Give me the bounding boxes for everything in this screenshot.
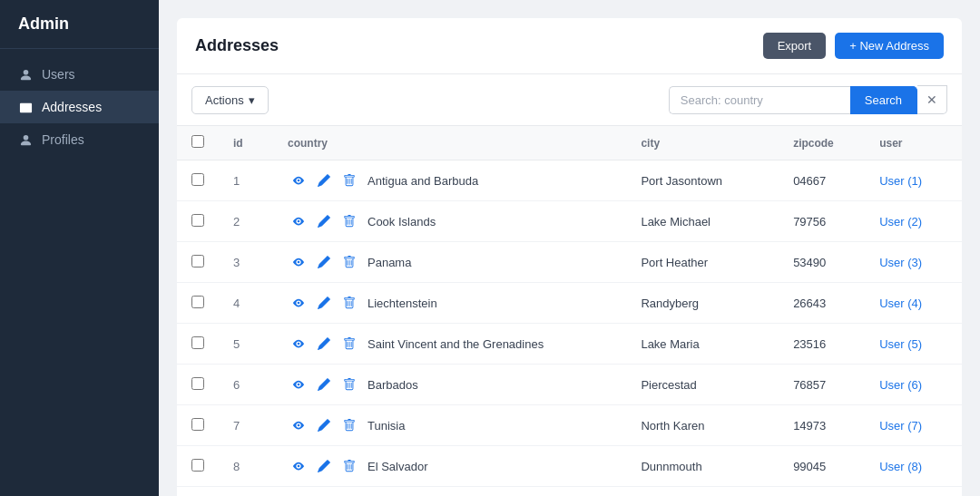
user-link[interactable]: User (2) bbox=[879, 215, 922, 229]
delete-icon[interactable] bbox=[338, 374, 360, 395]
country-value: Liechtenstein bbox=[368, 297, 437, 310]
edit-icon[interactable] bbox=[313, 210, 335, 232]
row-country: Cook Islands bbox=[273, 201, 626, 242]
row-user: User (7) bbox=[865, 405, 962, 446]
delete-icon[interactable] bbox=[338, 455, 360, 477]
search-input[interactable] bbox=[669, 86, 850, 114]
sidebar-item-users[interactable]: Users bbox=[0, 58, 159, 91]
view-icon[interactable] bbox=[288, 251, 309, 273]
row-checkbox-cell bbox=[177, 324, 219, 365]
toolbar: Actions ▾ Search ✕ bbox=[177, 74, 962, 126]
row-city: Port Heather bbox=[626, 242, 779, 283]
row-country: Saint Vincent and the Grenadines bbox=[273, 324, 626, 365]
view-icon[interactable] bbox=[288, 374, 309, 395]
actions-dropdown-button[interactable]: Actions ▾ bbox=[191, 86, 269, 114]
profile-icon bbox=[18, 132, 33, 147]
delete-icon[interactable] bbox=[338, 210, 360, 232]
page-header: Addresses Export + New Address bbox=[177, 18, 962, 74]
row-checkbox[interactable] bbox=[191, 255, 204, 267]
view-icon[interactable] bbox=[288, 333, 309, 355]
chevron-down-icon: ▾ bbox=[249, 93, 255, 107]
row-checkbox[interactable] bbox=[191, 377, 204, 390]
row-action-icons bbox=[288, 374, 360, 395]
row-city: Piercestad bbox=[626, 365, 779, 405]
header-user: user bbox=[865, 126, 962, 160]
delete-icon[interactable] bbox=[338, 292, 360, 314]
table-row: 2 Cook Islands bbox=[177, 201, 962, 242]
table-row: 1 Antigua and Barbuda bbox=[177, 160, 962, 201]
edit-icon[interactable] bbox=[313, 333, 335, 355]
svg-point-1 bbox=[298, 180, 300, 182]
edit-icon[interactable] bbox=[313, 251, 335, 273]
edit-icon[interactable] bbox=[313, 374, 335, 395]
user-link[interactable]: User (7) bbox=[879, 419, 922, 433]
view-icon[interactable] bbox=[288, 455, 309, 477]
actions-label: Actions bbox=[205, 93, 244, 107]
edit-icon[interactable] bbox=[313, 170, 335, 191]
row-checkbox[interactable] bbox=[191, 173, 204, 186]
view-icon[interactable] bbox=[288, 210, 309, 232]
row-checkbox[interactable] bbox=[191, 214, 204, 227]
svg-point-7 bbox=[298, 424, 300, 427]
svg-point-4 bbox=[298, 302, 300, 305]
row-checkbox-cell bbox=[177, 160, 219, 201]
user-icon bbox=[18, 67, 33, 82]
user-link[interactable]: User (8) bbox=[879, 460, 922, 473]
table-header: id country city zipcode user bbox=[177, 126, 962, 160]
sidebar-item-profiles-label: Profiles bbox=[42, 132, 84, 147]
row-checkbox-cell bbox=[177, 201, 219, 242]
user-link[interactable]: User (6) bbox=[879, 378, 922, 392]
user-link[interactable]: User (5) bbox=[879, 337, 922, 351]
row-checkbox[interactable] bbox=[191, 296, 204, 308]
delete-icon[interactable] bbox=[338, 170, 360, 191]
delete-icon[interactable] bbox=[338, 414, 360, 436]
select-all-checkbox[interactable] bbox=[191, 135, 204, 148]
row-country: Tunisia bbox=[273, 405, 626, 446]
row-checkbox-cell bbox=[177, 446, 219, 487]
svg-rect-0 bbox=[19, 102, 31, 112]
search-button[interactable]: Search bbox=[850, 86, 917, 114]
row-zipcode: 99045 bbox=[779, 446, 865, 487]
sidebar-item-users-label: Users bbox=[42, 67, 75, 82]
header-select-all bbox=[177, 126, 219, 160]
clear-search-button[interactable]: ✕ bbox=[917, 85, 947, 114]
view-icon[interactable] bbox=[288, 414, 309, 436]
view-icon[interactable] bbox=[288, 170, 309, 191]
sidebar-item-addresses[interactable]: Addresses bbox=[0, 91, 159, 123]
table-row: 7 Tunisia bbox=[177, 405, 962, 446]
header-city: city bbox=[626, 126, 779, 160]
user-link[interactable]: User (1) bbox=[879, 174, 922, 188]
table-row: 5 Saint Vincent and the Grena bbox=[177, 324, 962, 365]
row-checkbox[interactable] bbox=[191, 418, 204, 431]
svg-point-6 bbox=[298, 384, 300, 386]
row-action-icons bbox=[288, 251, 360, 273]
new-address-button[interactable]: + New Address bbox=[835, 33, 944, 59]
delete-icon[interactable] bbox=[338, 333, 360, 355]
table-row: 6 Barbados bbox=[177, 365, 962, 405]
table-row: 3 Panama bbox=[177, 242, 962, 283]
row-action-icons bbox=[288, 210, 360, 232]
row-city: North Karen bbox=[626, 405, 779, 446]
row-country: Iraq bbox=[273, 487, 626, 497]
export-button[interactable]: Export bbox=[763, 33, 827, 59]
row-checkbox[interactable] bbox=[191, 336, 204, 349]
country-value: Saint Vincent and the Grenadines bbox=[368, 337, 544, 351]
view-icon[interactable] bbox=[288, 292, 309, 314]
user-link[interactable]: User (3) bbox=[879, 256, 922, 269]
header-country: country bbox=[273, 126, 626, 160]
row-zipcode: 76857 bbox=[779, 365, 865, 405]
address-icon bbox=[18, 100, 33, 114]
row-user: User (1) bbox=[865, 160, 962, 201]
row-user: User (4) bbox=[865, 283, 962, 324]
row-checkbox[interactable] bbox=[191, 459, 204, 472]
edit-icon[interactable] bbox=[313, 292, 335, 314]
sidebar-item-profiles[interactable]: Profiles bbox=[0, 123, 159, 156]
row-id: 3 bbox=[219, 242, 273, 283]
user-link[interactable]: User (4) bbox=[879, 297, 922, 310]
row-id: 8 bbox=[219, 446, 273, 487]
row-user: User (9) bbox=[865, 487, 962, 497]
row-city: Lake Maria bbox=[626, 324, 779, 365]
edit-icon[interactable] bbox=[313, 455, 335, 477]
edit-icon[interactable] bbox=[313, 414, 335, 436]
delete-icon[interactable] bbox=[338, 251, 360, 273]
